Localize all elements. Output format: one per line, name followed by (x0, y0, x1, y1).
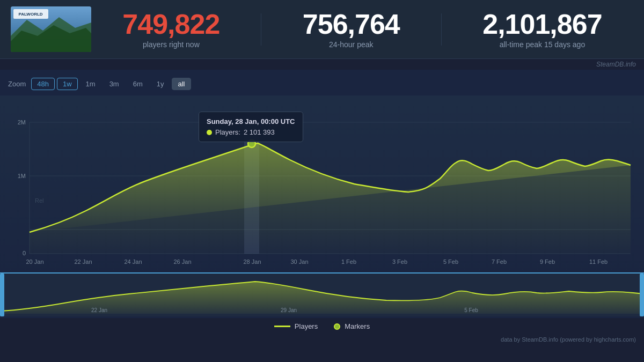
chart-area: Zoom 48h 1w 1m 3m 6m 1y all Sunday, 28 J… (0, 70, 644, 318)
svg-text:1 Feb: 1 Feb (341, 258, 356, 265)
steamdb-watermark: SteamDB.info (0, 59, 644, 70)
svg-text:Rel: Rel (35, 197, 44, 204)
svg-text:30 Jan: 30 Jan (290, 258, 308, 265)
stats-container: 749,822 players right now 756,764 24-hou… (91, 10, 633, 49)
header: PALWORLD 749,822 players right now 756,7… (0, 0, 644, 59)
legend-markers: Markers (334, 322, 370, 330)
svg-text:11 Feb: 11 Feb (589, 258, 608, 265)
svg-text:26 Jan: 26 Jan (173, 258, 191, 265)
divider-1 (261, 13, 261, 46)
svg-text:29 Jan: 29 Jan (281, 307, 297, 313)
legend-players-label: Players (295, 322, 318, 330)
main-chart: Sunday, 28 Jan, 00:00 UTC Players: 2 101… (0, 95, 644, 272)
main-chart-svg: 2M 1M 0 Rel 20 Jan 22 Jan 24 Jan 26 Jan (0, 95, 644, 272)
svg-text:24 Jan: 24 Jan (124, 258, 142, 265)
svg-text:PALWORLD: PALWORLD (18, 12, 42, 17)
attribution: data by SteamDB.info (powered by highcha… (0, 335, 644, 344)
svg-text:7 Feb: 7 Feb (492, 258, 507, 265)
zoom-controls: Zoom 48h 1w 1m 3m 6m 1y all (0, 75, 644, 95)
zoom-label: Zoom (8, 80, 26, 88)
svg-text:9 Feb: 9 Feb (540, 258, 555, 265)
game-thumbnail: PALWORLD (11, 6, 91, 52)
legend-players: Players (274, 322, 318, 330)
svg-text:3 Feb: 3 Feb (392, 258, 407, 265)
svg-rect-30 (0, 274, 4, 316)
svg-text:22 Jan: 22 Jan (91, 307, 107, 313)
zoom-btn-6m[interactable]: 6m (127, 78, 149, 90)
legend-players-line (274, 326, 290, 327)
mini-chart-svg: 22 Jan 29 Jan 5 Feb (0, 274, 644, 316)
svg-text:22 Jan: 22 Jan (74, 258, 92, 265)
mini-chart: 22 Jan 29 Jan 5 Feb (0, 272, 644, 315)
zoom-btn-3m[interactable]: 3m (104, 78, 125, 90)
legend-markers-label: Markers (345, 322, 370, 330)
svg-rect-31 (640, 274, 644, 316)
stat-24h-peak: 756,764 24-hour peak (303, 10, 400, 49)
peak-24h-label: 24-hour peak (303, 40, 400, 49)
peak-24h-number: 756,764 (303, 10, 400, 38)
legend: Players Markers (0, 318, 644, 335)
svg-text:0: 0 (23, 250, 26, 256)
stat-alltime-peak: 2,101,867 all-time peak 15 days ago (482, 10, 602, 49)
svg-text:5 Feb: 5 Feb (443, 258, 458, 265)
svg-text:1M: 1M (18, 173, 26, 179)
current-players-number: 749,822 (122, 10, 219, 38)
alltime-peak-number: 2,101,867 (482, 10, 602, 38)
zoom-btn-1y[interactable]: 1y (151, 78, 170, 90)
svg-point-15 (248, 140, 255, 147)
stat-current: 749,822 players right now (122, 10, 219, 49)
zoom-btn-all[interactable]: all (172, 78, 191, 90)
divider-2 (441, 13, 442, 46)
current-players-label: players right now (122, 40, 219, 49)
legend-markers-circle (334, 323, 340, 330)
svg-text:5 Feb: 5 Feb (464, 307, 478, 313)
svg-text:20 Jan: 20 Jan (26, 258, 43, 265)
alltime-peak-label: all-time peak 15 days ago (482, 40, 602, 49)
svg-text:2M: 2M (18, 119, 26, 125)
zoom-btn-48h[interactable]: 48h (31, 78, 55, 90)
zoom-btn-1m[interactable]: 1m (80, 78, 101, 90)
zoom-btn-1w[interactable]: 1w (57, 78, 78, 90)
svg-text:28 Jan: 28 Jan (243, 258, 261, 265)
